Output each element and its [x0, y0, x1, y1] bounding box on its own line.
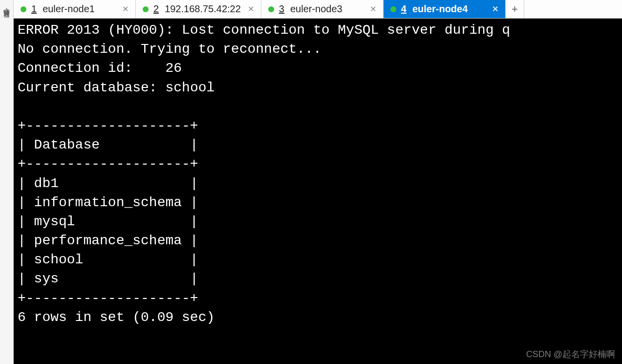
tab-title: euler-node4	[412, 3, 468, 15]
terminal-output[interactable]: ERROR 2013 (HY000): Lost connection to M…	[14, 19, 622, 364]
reconnect-line: No connection. Trying to reconnect...	[18, 42, 322, 57]
table-row: | performance_schema |	[18, 233, 198, 248]
tab-number: 2	[153, 3, 160, 15]
tab-title: euler-node1	[43, 3, 95, 15]
close-icon[interactable]: ✕	[120, 4, 130, 14]
current-db-line: Current database: school	[18, 80, 214, 95]
tab-euler-node3[interactable]: 3 euler-node3 ✕	[261, 0, 384, 18]
table-row: | db1 |	[18, 176, 198, 191]
new-tab-button[interactable]: +	[506, 0, 524, 18]
error-line: ERROR 2013 (HY000): Lost connection to M…	[18, 22, 510, 38]
table-border: +--------------------+	[18, 156, 198, 171]
table-row: | sys |	[18, 271, 198, 286]
tab-title: euler-node3	[290, 3, 343, 15]
tab-bar: 1 euler-node1 ✕ 2 192.168.75.42:22 ✕ 3 e…	[14, 0, 622, 19]
table-row: | information_schema |	[18, 195, 198, 210]
status-dot-icon	[21, 6, 26, 12]
status-dot-icon	[390, 6, 396, 12]
tab-number: 4	[401, 3, 408, 15]
table-header-row: | Database |	[18, 137, 198, 152]
tab-euler-node1[interactable]: 1 euler-node1 ✕	[14, 0, 136, 18]
main-area: 1 euler-node1 ✕ 2 192.168.75.42:22 ✕ 3 e…	[14, 0, 622, 364]
tab-ip-session[interactable]: 2 192.168.75.42:22 ✕	[136, 0, 261, 18]
table-border: +--------------------+	[18, 291, 198, 306]
close-icon[interactable]: ✕	[490, 4, 500, 14]
tab-number: 1	[31, 3, 38, 15]
sidebar[interactable]: 会话管理器	[0, 0, 14, 364]
tab-title: 192.168.75.42:22	[165, 3, 241, 15]
tab-euler-node4[interactable]: 4 euler-node4 ✕	[384, 0, 506, 18]
table-row: | school |	[18, 252, 198, 267]
close-icon[interactable]: ✕	[246, 4, 256, 14]
table-border: +--------------------+	[18, 118, 198, 133]
close-icon[interactable]: ✕	[368, 4, 378, 14]
connection-id-line: Connection id: 26	[18, 61, 182, 76]
app-root: 会话管理器 1 euler-node1 ✕ 2 192.168.75.42:22…	[0, 0, 622, 364]
status-dot-icon	[143, 6, 149, 12]
status-dot-icon	[268, 6, 274, 12]
tab-number: 3	[279, 3, 285, 15]
table-row: | mysql |	[18, 214, 198, 229]
sidebar-label: 会话管理器	[2, 3, 11, 8]
result-footer: 6 rows in set (0.09 sec)	[18, 310, 214, 325]
